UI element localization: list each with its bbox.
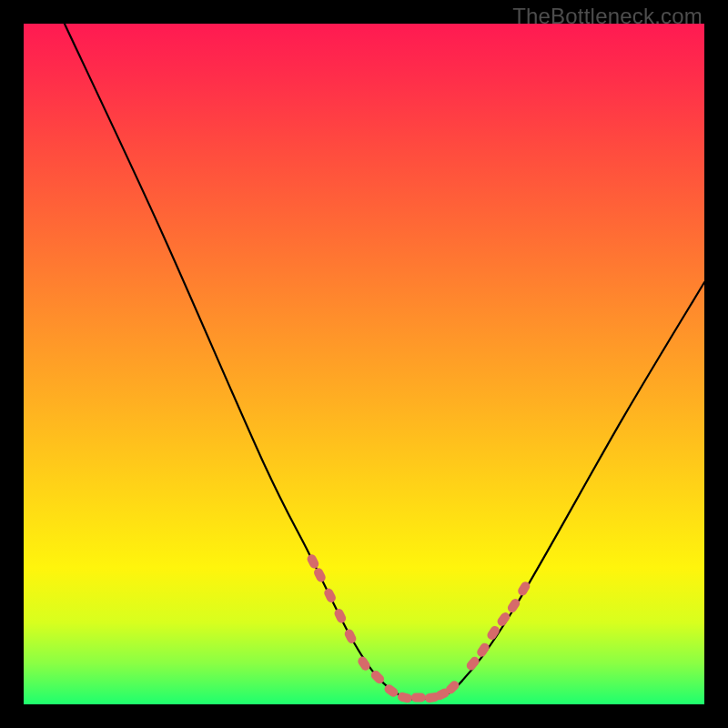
- chart-frame: TheBottleneck.com: [0, 0, 728, 728]
- highlight-dot: [343, 628, 358, 645]
- highlight-dot: [397, 692, 413, 704]
- highlight-dot: [323, 587, 338, 604]
- chart-svg: [24, 24, 704, 704]
- highlight-dot: [496, 611, 512, 628]
- highlight-dot: [475, 642, 490, 659]
- highlight-dot: [356, 655, 371, 672]
- bottleneck-curve: [65, 24, 704, 700]
- plot-area: [24, 24, 704, 704]
- highlight-dot: [333, 607, 348, 624]
- highlight-dot: [411, 693, 426, 703]
- highlight-dots-group: [306, 553, 531, 704]
- highlight-dot: [312, 566, 327, 583]
- highlight-dot: [306, 553, 320, 571]
- watermark-text: TheBottleneck.com: [512, 4, 703, 29]
- highlight-dot: [465, 655, 481, 672]
